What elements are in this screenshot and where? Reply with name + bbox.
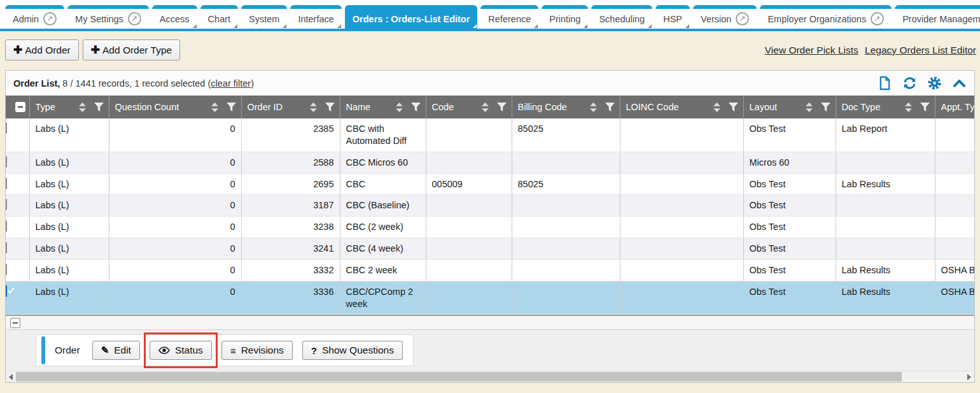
tab-chart[interactable]: Chart: [200, 5, 238, 29]
column-header-order-id[interactable]: Order ID: [241, 96, 340, 118]
dropdown-indicator-icon: [584, 24, 587, 28]
gear-icon[interactable]: [927, 76, 942, 90]
tab-version[interactable]: Version↗: [693, 5, 757, 29]
scroll-left-arrow-icon[interactable]: [9, 374, 13, 380]
row-checkbox[interactable]: [6, 178, 7, 189]
tab-scheduling[interactable]: Scheduling: [591, 5, 652, 29]
refresh-icon[interactable]: [902, 76, 917, 90]
sort-icon[interactable]: [904, 103, 913, 112]
revisions-button[interactable]: ≡Revisions: [221, 341, 293, 360]
column-header-doc-type[interactable]: Doc Type: [836, 96, 935, 118]
row-checkbox[interactable]: [6, 199, 7, 210]
filter-icon[interactable]: [227, 103, 236, 111]
table-row[interactable]: Labs (L)02695CBC00500985025Obs TestLab R…: [6, 173, 974, 195]
add-order-button[interactable]: ✚ Add Order: [5, 39, 79, 61]
external-link-icon[interactable]: ↗: [43, 12, 57, 25]
table-row[interactable]: Labs (L)02385CBC with Automated Diff8502…: [6, 118, 974, 152]
cell-order-id: 2695: [241, 173, 340, 195]
column-header-type[interactable]: Type: [29, 96, 109, 118]
column-label: Order ID: [248, 102, 283, 112]
table-row[interactable]: Labs (L)03241CBC (4 week)Obs Test: [6, 238, 974, 260]
external-link-icon[interactable]: ↗: [871, 12, 884, 25]
cell-loinc-code: [620, 217, 743, 238]
table-row[interactable]: Labs (L)03187CBC (Baseline)Obs Test: [6, 195, 974, 217]
row-checkbox[interactable]: [6, 220, 7, 232]
table-row[interactable]: Labs (L)03336CBC/CPComp 2 weekObs TestLa…: [6, 281, 974, 315]
column-header-name[interactable]: Name: [340, 96, 426, 118]
filter-icon[interactable]: [411, 103, 421, 111]
clear-filter-link[interactable]: clear filter: [211, 78, 251, 89]
sort-icon[interactable]: [481, 103, 489, 112]
sort-icon[interactable]: [713, 103, 721, 112]
row-checkbox[interactable]: [6, 264, 7, 275]
sort-icon[interactable]: [589, 103, 598, 112]
column-header-appt-ty[interactable]: Appt. Ty: [935, 96, 974, 118]
tab-access[interactable]: Access: [152, 5, 197, 29]
external-link-icon[interactable]: ↗: [736, 12, 749, 25]
filter-icon[interactable]: [729, 103, 738, 111]
scrollbar-thumb[interactable]: [16, 372, 902, 382]
new-document-icon[interactable]: [878, 76, 892, 90]
cell-question-count: 0: [109, 173, 241, 195]
dropdown-indicator-icon: [283, 24, 286, 28]
column-header-billing-code[interactable]: Billing Code: [512, 96, 620, 118]
collapse-chevron-icon[interactable]: [952, 76, 967, 90]
table-row[interactable]: Labs (L)02588CBC Micros 60Micros 60: [6, 152, 974, 173]
add-order-type-button[interactable]: ✚ Add Order Type: [83, 39, 180, 61]
legacy-orders-list-editor-link[interactable]: Legacy Orders List Editor: [865, 45, 976, 55]
sort-icon[interactable]: [805, 103, 813, 112]
tab-orders-orders-list-editor[interactable]: Orders : Orders-List Editor: [345, 5, 478, 29]
filter-icon[interactable]: [497, 103, 507, 111]
add-order-type-label: Add Order Type: [102, 45, 172, 56]
sort-icon[interactable]: [395, 103, 403, 112]
tab-printing[interactable]: Printing: [542, 5, 588, 29]
show-questions-button[interactable]: ?Show Questions: [302, 341, 403, 360]
filter-icon[interactable]: [821, 103, 830, 111]
plus-icon: ✚: [13, 43, 22, 57]
column-header-layout[interactable]: Layout: [743, 96, 836, 118]
cell-question-count: 0: [109, 118, 241, 152]
select-all-checkbox[interactable]: [15, 102, 25, 112]
external-link-icon[interactable]: ↗: [128, 12, 141, 25]
filter-icon[interactable]: [920, 103, 930, 111]
filter-icon[interactable]: [94, 103, 104, 111]
tab-system[interactable]: System: [241, 5, 287, 29]
row-checkbox[interactable]: [6, 122, 7, 134]
sort-icon[interactable]: [309, 103, 318, 112]
tab-interface[interactable]: Interface: [290, 5, 341, 29]
edit-button[interactable]: ✎Edit: [92, 341, 140, 360]
cell-layout: Obs Test: [743, 118, 836, 152]
cell-order-id: 3238: [241, 217, 340, 238]
dropdown-indicator-icon: [337, 24, 341, 28]
cell-doc-type: Lab Report: [836, 118, 935, 152]
tab-reference[interactable]: Reference: [480, 5, 538, 29]
filter-icon[interactable]: [325, 103, 335, 111]
cell-type: Labs (L): [29, 217, 109, 238]
column-header-code[interactable]: Code: [426, 96, 512, 118]
status-button[interactable]: Status: [150, 341, 212, 360]
table-row[interactable]: Labs (L)03238CBC (2 week)Obs Test: [6, 217, 974, 238]
table-row[interactable]: Labs (L)03332CBC 2 weekObs TestLab Resul…: [6, 259, 974, 281]
horizontal-scrollbar[interactable]: [6, 371, 974, 382]
tab-employer-organizations[interactable]: Employer Organizations↗: [760, 5, 892, 29]
sort-icon[interactable]: [78, 103, 87, 112]
tab-label: Version: [701, 14, 731, 24]
tab-hsp[interactable]: HSP: [655, 5, 690, 29]
cell-billing-code: 85025: [512, 173, 620, 195]
scroll-right-arrow-icon[interactable]: [967, 374, 971, 380]
row-checkbox[interactable]: [6, 285, 7, 297]
column-header-question-count[interactable]: Question Count: [109, 96, 241, 118]
row-checkbox[interactable]: [6, 242, 7, 254]
tab-admin[interactable]: Admin↗: [5, 5, 64, 29]
cell-doc-type: [836, 238, 935, 260]
row-checkbox[interactable]: [6, 156, 7, 168]
tab-my-settings[interactable]: My Settings↗: [67, 5, 149, 29]
select-all-header[interactable]: [6, 96, 29, 118]
view-order-pick-lists-link[interactable]: View Order Pick Lists: [765, 45, 858, 55]
filter-icon[interactable]: [605, 103, 615, 111]
column-header-loinc-code[interactable]: LOINC Code: [620, 96, 743, 118]
sort-icon[interactable]: [211, 103, 219, 112]
cell-loinc-code: [620, 152, 743, 173]
tab-provider-management[interactable]: Provider Management↗: [895, 5, 980, 29]
collapse-minus-icon[interactable]: [10, 318, 20, 328]
